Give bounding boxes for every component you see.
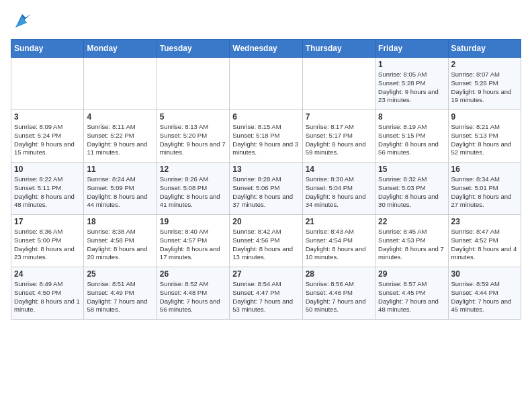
calendar-cell: 16Sunrise: 8:34 AMSunset: 5:01 PMDayligh… — [448, 163, 521, 215]
calendar-cell: 8Sunrise: 8:19 AMSunset: 5:15 PMDaylight… — [375, 110, 448, 163]
cell-info: Sunrise: 8:21 AMSunset: 5:13 PMDaylight:… — [451, 123, 518, 157]
calendar-cell: 24Sunrise: 8:49 AMSunset: 4:50 PMDayligh… — [11, 267, 84, 320]
cell-info: Sunrise: 8:43 AMSunset: 4:54 PMDaylight:… — [306, 228, 372, 262]
day-number: 29 — [378, 269, 445, 279]
calendar-cell: 23Sunrise: 8:47 AMSunset: 4:52 PMDayligh… — [448, 215, 521, 267]
calendar-cell: 4Sunrise: 8:11 AMSunset: 5:22 PMDaylight… — [84, 110, 157, 163]
cell-info: Sunrise: 8:54 AMSunset: 4:47 PMDaylight:… — [232, 280, 299, 314]
day-number: 14 — [306, 165, 372, 174]
main-container: SundayMondayTuesdayWednesdayThursdayFrid… — [0, 0, 532, 325]
cell-info: Sunrise: 8:32 AMSunset: 5:03 PMDaylight:… — [378, 175, 445, 210]
days-of-week-row: SundayMondayTuesdayWednesdayThursdayFrid… — [11, 40, 521, 58]
calendar-week-5: 24Sunrise: 8:49 AMSunset: 4:50 PMDayligh… — [11, 267, 521, 320]
day-number: 26 — [160, 269, 226, 279]
cell-info: Sunrise: 8:11 AMSunset: 5:22 PMDaylight:… — [87, 123, 153, 157]
day-of-week-saturday: Saturday — [448, 40, 521, 58]
cell-info: Sunrise: 8:36 AMSunset: 5:00 PMDaylight:… — [14, 228, 81, 262]
calendar-week-4: 17Sunrise: 8:36 AMSunset: 5:00 PMDayligh… — [11, 215, 521, 267]
day-number: 21 — [306, 217, 372, 226]
day-number: 25 — [87, 269, 153, 279]
day-number: 1 — [378, 60, 445, 69]
calendar-cell — [302, 58, 375, 110]
cell-info: Sunrise: 8:42 AMSunset: 4:56 PMDaylight:… — [232, 228, 299, 262]
cell-info: Sunrise: 8:24 AMSunset: 5:09 PMDaylight:… — [87, 175, 153, 210]
calendar-cell: 27Sunrise: 8:54 AMSunset: 4:47 PMDayligh… — [230, 267, 302, 320]
calendar-cell: 26Sunrise: 8:52 AMSunset: 4:48 PMDayligh… — [157, 267, 229, 320]
calendar-cell — [230, 58, 302, 110]
calendar-cell: 30Sunrise: 8:59 AMSunset: 4:44 PMDayligh… — [448, 267, 521, 320]
cell-info: Sunrise: 8:17 AMSunset: 5:17 PMDaylight:… — [306, 123, 372, 157]
day-number: 30 — [451, 269, 518, 279]
calendar-cell — [157, 58, 229, 110]
cell-info: Sunrise: 8:52 AMSunset: 4:48 PMDaylight:… — [160, 280, 226, 314]
cell-info: Sunrise: 8:07 AMSunset: 5:26 PMDaylight:… — [451, 71, 518, 105]
day-number: 12 — [160, 165, 226, 174]
header — [11, 11, 521, 31]
day-number: 10 — [14, 165, 81, 174]
calendar-cell: 2Sunrise: 8:07 AMSunset: 5:26 PMDaylight… — [448, 58, 521, 110]
calendar-cell: 6Sunrise: 8:15 AMSunset: 5:18 PMDaylight… — [230, 110, 302, 163]
cell-info: Sunrise: 8:26 AMSunset: 5:08 PMDaylight:… — [160, 175, 226, 210]
cell-info: Sunrise: 8:57 AMSunset: 4:45 PMDaylight:… — [378, 280, 445, 314]
cell-info: Sunrise: 8:28 AMSunset: 5:06 PMDaylight:… — [232, 175, 299, 210]
calendar-cell: 13Sunrise: 8:28 AMSunset: 5:06 PMDayligh… — [230, 163, 302, 215]
cell-info: Sunrise: 8:45 AMSunset: 4:53 PMDaylight:… — [378, 228, 445, 262]
calendar-cell: 15Sunrise: 8:32 AMSunset: 5:03 PMDayligh… — [375, 163, 448, 215]
calendar-body: 1Sunrise: 8:05 AMSunset: 5:28 PMDaylight… — [11, 58, 521, 320]
calendar-cell: 11Sunrise: 8:24 AMSunset: 5:09 PMDayligh… — [84, 163, 157, 215]
calendar-cell: 18Sunrise: 8:38 AMSunset: 4:58 PMDayligh… — [84, 215, 157, 267]
calendar-cell: 3Sunrise: 8:09 AMSunset: 5:24 PMDaylight… — [11, 110, 84, 163]
calendar-cell — [84, 58, 157, 110]
logo-icon — [12, 11, 32, 31]
day-number: 5 — [160, 112, 226, 122]
day-number: 2 — [451, 60, 518, 69]
cell-info: Sunrise: 8:49 AMSunset: 4:50 PMDaylight:… — [14, 280, 81, 314]
cell-info: Sunrise: 8:22 AMSunset: 5:11 PMDaylight:… — [14, 175, 81, 210]
logo — [11, 11, 32, 31]
day-of-week-monday: Monday — [84, 40, 157, 58]
calendar-cell: 12Sunrise: 8:26 AMSunset: 5:08 PMDayligh… — [157, 163, 229, 215]
day-number: 15 — [378, 165, 445, 174]
cell-info: Sunrise: 8:05 AMSunset: 5:28 PMDaylight:… — [378, 71, 445, 105]
day-of-week-friday: Friday — [375, 40, 448, 58]
calendar-cell: 1Sunrise: 8:05 AMSunset: 5:28 PMDaylight… — [375, 58, 448, 110]
calendar-cell: 17Sunrise: 8:36 AMSunset: 5:00 PMDayligh… — [11, 215, 84, 267]
cell-info: Sunrise: 8:47 AMSunset: 4:52 PMDaylight:… — [451, 228, 518, 262]
day-number: 20 — [232, 217, 299, 226]
calendar-table: SundayMondayTuesdayWednesdayThursdayFrid… — [11, 39, 521, 320]
day-number: 7 — [306, 112, 372, 122]
calendar-cell: 25Sunrise: 8:51 AMSunset: 4:49 PMDayligh… — [84, 267, 157, 320]
calendar-cell: 14Sunrise: 8:30 AMSunset: 5:04 PMDayligh… — [302, 163, 375, 215]
day-number: 13 — [232, 165, 299, 174]
day-number: 9 — [451, 112, 518, 122]
calendar-cell: 29Sunrise: 8:57 AMSunset: 4:45 PMDayligh… — [375, 267, 448, 320]
cell-info: Sunrise: 8:38 AMSunset: 4:58 PMDaylight:… — [87, 228, 153, 262]
calendar-cell: 19Sunrise: 8:40 AMSunset: 4:57 PMDayligh… — [157, 215, 229, 267]
calendar-week-2: 3Sunrise: 8:09 AMSunset: 5:24 PMDaylight… — [11, 110, 521, 163]
day-number: 28 — [306, 269, 372, 279]
cell-info: Sunrise: 8:56 AMSunset: 4:46 PMDaylight:… — [306, 280, 372, 314]
cell-info: Sunrise: 8:13 AMSunset: 5:20 PMDaylight:… — [160, 123, 226, 157]
calendar-cell: 10Sunrise: 8:22 AMSunset: 5:11 PMDayligh… — [11, 163, 84, 215]
day-of-week-wednesday: Wednesday — [230, 40, 302, 58]
cell-info: Sunrise: 8:34 AMSunset: 5:01 PMDaylight:… — [451, 175, 518, 210]
day-number: 6 — [232, 112, 299, 122]
day-number: 4 — [87, 112, 153, 122]
cell-info: Sunrise: 8:40 AMSunset: 4:57 PMDaylight:… — [160, 228, 226, 262]
cell-info: Sunrise: 8:09 AMSunset: 5:24 PMDaylight:… — [14, 123, 81, 157]
cell-info: Sunrise: 8:15 AMSunset: 5:18 PMDaylight:… — [232, 123, 299, 157]
day-number: 3 — [14, 112, 81, 122]
day-of-week-tuesday: Tuesday — [157, 40, 229, 58]
day-number: 17 — [14, 217, 81, 226]
day-number: 19 — [160, 217, 226, 226]
day-number: 8 — [378, 112, 445, 122]
calendar-cell — [11, 58, 84, 110]
calendar-cell: 28Sunrise: 8:56 AMSunset: 4:46 PMDayligh… — [302, 267, 375, 320]
calendar-cell: 7Sunrise: 8:17 AMSunset: 5:17 PMDaylight… — [302, 110, 375, 163]
day-number: 23 — [451, 217, 518, 226]
cell-info: Sunrise: 8:19 AMSunset: 5:15 PMDaylight:… — [378, 123, 445, 157]
calendar-header: SundayMondayTuesdayWednesdayThursdayFrid… — [11, 40, 521, 58]
calendar-cell: 9Sunrise: 8:21 AMSunset: 5:13 PMDaylight… — [448, 110, 521, 163]
day-of-week-sunday: Sunday — [11, 40, 84, 58]
calendar-cell: 22Sunrise: 8:45 AMSunset: 4:53 PMDayligh… — [375, 215, 448, 267]
